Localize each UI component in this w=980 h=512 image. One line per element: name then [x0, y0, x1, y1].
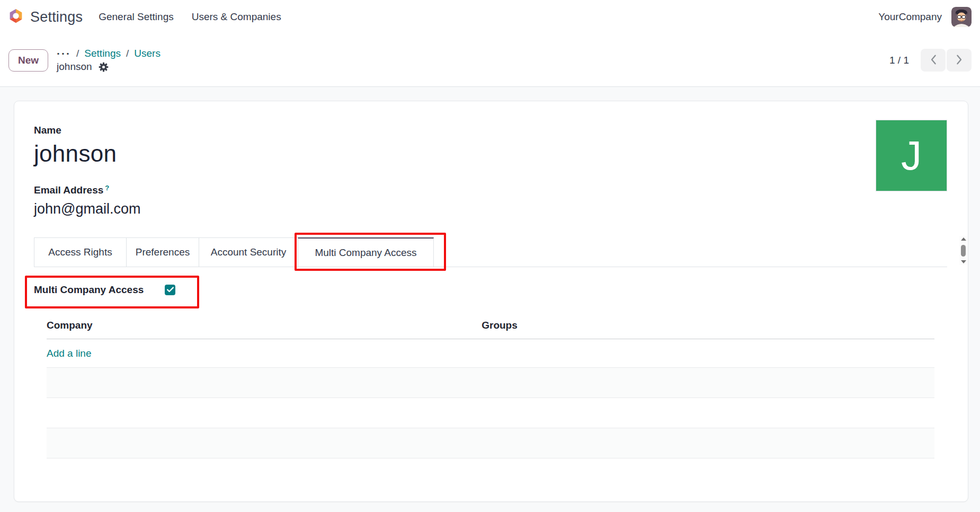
- breadcrumb: ··· / Settings / Users johnson: [57, 48, 161, 73]
- multi-company-access-field: Multi Company Access: [34, 283, 175, 296]
- column-header-groups: Groups: [482, 320, 934, 331]
- breadcrumb-separator: /: [76, 48, 79, 59]
- app-brand[interactable]: Settings: [8, 8, 83, 25]
- menu-item-general-settings[interactable]: General Settings: [99, 11, 174, 23]
- app-title: Settings: [30, 9, 83, 25]
- tab-preferences[interactable]: Preferences: [126, 237, 199, 267]
- odoo-logo-icon: [8, 8, 23, 25]
- scrollbar-thumb[interactable]: [961, 245, 966, 257]
- multi-company-access-checkbox[interactable]: [165, 285, 175, 295]
- gear-icon[interactable]: [99, 62, 109, 72]
- scrollbar-down-arrow-icon[interactable]: [961, 260, 966, 263]
- breadcrumb-link-settings[interactable]: Settings: [84, 48, 121, 59]
- table-empty-row: [47, 398, 934, 428]
- pager-next-button[interactable]: [947, 49, 972, 72]
- table-row: Add a line: [47, 339, 934, 368]
- checkmark-icon: [167, 287, 174, 293]
- content-area: Name johnson Email Address? john@gmail.c…: [0, 87, 980, 502]
- pager-previous-button[interactable]: [921, 49, 946, 72]
- top-navbar: Settings General Settings Users & Compan…: [0, 0, 980, 34]
- user-menu-avatar[interactable]: [951, 7, 972, 27]
- table-empty-row: [47, 368, 934, 398]
- chevron-left-icon: [930, 55, 937, 66]
- scrollbar-up-arrow-icon[interactable]: [961, 237, 966, 241]
- chevron-right-icon: [956, 55, 963, 66]
- tab-account-security[interactable]: Account Security: [199, 237, 298, 267]
- user-form-sheet: Name johnson Email Address? john@gmail.c…: [14, 101, 968, 502]
- column-header-company: Company: [47, 320, 482, 331]
- vertical-scrollbar[interactable]: [959, 236, 967, 265]
- name-field-label: Name: [34, 125, 141, 136]
- tab-access-rights[interactable]: Access Rights: [34, 237, 126, 267]
- notebook-tabs: Access Rights Preferences Account Securi…: [34, 237, 947, 267]
- control-panel: New ··· / Settings / Users johnson: [0, 34, 980, 87]
- company-switcher[interactable]: YourCompany: [878, 11, 942, 23]
- menu-item-users-companies[interactable]: Users & Companies: [192, 11, 281, 23]
- profile-avatar[interactable]: J: [876, 120, 947, 191]
- table-empty-row: [47, 428, 934, 458]
- breadcrumb-link-users[interactable]: Users: [134, 48, 161, 59]
- breadcrumb-current-record: johnson: [57, 61, 92, 73]
- main-menu: General Settings Users & Companies: [99, 11, 281, 23]
- name-field-value[interactable]: johnson: [34, 140, 141, 167]
- breadcrumb-separator: /: [126, 48, 129, 59]
- email-field-label: Email Address: [34, 184, 103, 196]
- breadcrumb-ellipsis[interactable]: ···: [57, 50, 71, 57]
- multi-company-access-label: Multi Company Access: [34, 284, 144, 296]
- add-a-line-link[interactable]: Add a line: [47, 348, 92, 359]
- pager-counter: 1 / 1: [889, 55, 909, 66]
- new-button[interactable]: New: [8, 49, 48, 72]
- tab-multi-company-access[interactable]: Multi Company Access: [298, 237, 434, 267]
- company-groups-table: Company Groups Add a line: [47, 320, 934, 458]
- email-field-value[interactable]: john@gmail.com: [34, 201, 141, 217]
- help-question-icon: ?: [105, 184, 109, 192]
- table-header-row: Company Groups: [47, 320, 934, 339]
